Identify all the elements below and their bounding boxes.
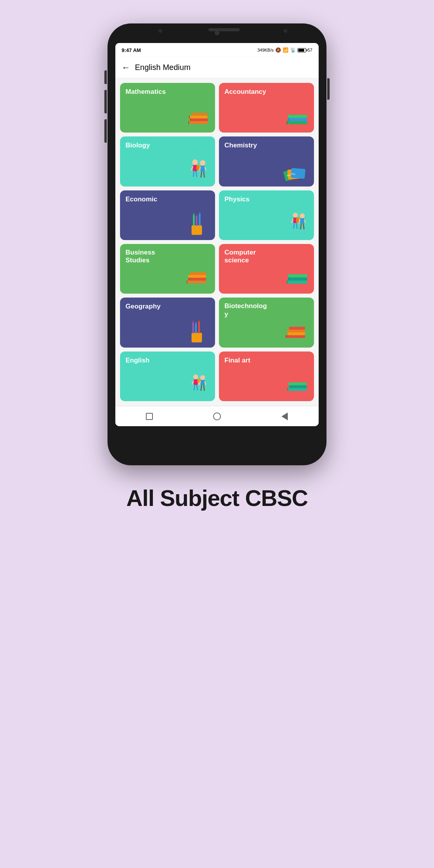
svg-rect-20: [201, 165, 205, 172]
svg-rect-83: [201, 380, 205, 385]
svg-rect-36: [199, 214, 201, 226]
subject-card-geography[interactable]: Geography: [120, 298, 215, 347]
selfie-camera: [215, 30, 219, 35]
svg-line-22: [205, 167, 206, 170]
subject-label-biology: Biology: [126, 141, 210, 149]
battery-icon: [298, 48, 306, 52]
english-illustration: [182, 370, 213, 399]
front-camera-left: [158, 29, 162, 33]
svg-rect-64: [192, 322, 194, 333]
subject-card-computer-science[interactable]: Computerscience: [219, 244, 314, 294]
nav-back-button[interactable]: [279, 411, 290, 422]
subject-label-accountancy: Accountancy: [224, 88, 308, 96]
svg-rect-52: [187, 281, 206, 283]
svg-rect-55: [190, 272, 206, 275]
subject-label-english: English: [126, 356, 210, 364]
back-icon: [282, 412, 288, 420]
biology-illustration: [182, 155, 213, 185]
svg-rect-63: [192, 333, 202, 343]
svg-point-45: [300, 213, 305, 218]
subject-card-mathematics[interactable]: Mathematics: [120, 83, 215, 133]
svg-rect-89: [289, 385, 307, 388]
chemistry-illustration: Bio Phy: [281, 155, 312, 185]
phone-screen: 9:47 AM 349KB/s 🔕 📶 📡 57 ← English Mediu…: [115, 43, 319, 426]
svg-text:Phy: Phy: [291, 172, 296, 175]
svg-marker-33: [193, 212, 194, 215]
subject-card-accountancy[interactable]: Accountancy: [219, 83, 314, 133]
svg-rect-76: [194, 379, 198, 385]
subject-card-business-studies[interactable]: BusinessStudies: [120, 244, 215, 294]
subject-grid: Mathematics Accountancy: [115, 78, 319, 406]
svg-point-38: [293, 213, 298, 217]
svg-marker-69: [198, 319, 200, 321]
battery-percent: 57: [308, 48, 312, 52]
final-art-illustration: [281, 370, 312, 399]
svg-rect-66: [195, 323, 197, 334]
svg-rect-88: [288, 388, 307, 391]
subject-label-business-studies: BusinessStudies: [126, 249, 210, 265]
svg-point-82: [200, 375, 205, 380]
subject-card-biotechnology[interactable]: Biotechnology: [219, 298, 314, 347]
svg-line-42: [294, 223, 294, 229]
wifi-icon: 📡: [290, 47, 296, 53]
subject-card-economic[interactable]: Economic: [120, 190, 215, 240]
back-button[interactable]: ←: [122, 63, 130, 73]
phone-shell: 9:47 AM 349KB/s 🔕 📶 📡 57 ← English Mediu…: [108, 23, 326, 465]
svg-rect-68: [198, 321, 200, 333]
subject-label-computer-science: Computerscience: [224, 249, 308, 265]
subject-label-physics: Physics: [224, 195, 308, 203]
network-speed: 349KB/s: [257, 48, 274, 52]
svg-line-17: [196, 171, 197, 177]
svg-rect-60: [288, 274, 307, 278]
svg-line-87: [204, 385, 204, 391]
computer-science-illustration: [281, 262, 312, 292]
nav-recents-button[interactable]: [144, 411, 155, 422]
recents-icon: [146, 413, 153, 420]
mute-icon: 🔕: [275, 47, 281, 53]
mathematics-illustration: [182, 101, 213, 131]
svg-rect-70: [286, 335, 305, 338]
subject-card-english[interactable]: English: [120, 352, 215, 401]
subject-label-final-art: Final art: [224, 356, 308, 364]
svg-marker-35: [196, 213, 197, 216]
svg-line-16: [193, 171, 194, 177]
svg-line-43: [296, 223, 297, 229]
svg-point-19: [200, 160, 205, 165]
svg-rect-59: [289, 278, 307, 281]
svg-rect-3: [192, 113, 208, 116]
app-bar: ← English Medium: [115, 57, 319, 78]
power-button: [327, 78, 330, 100]
nav-home-button[interactable]: [212, 411, 222, 422]
svg-line-23: [201, 172, 202, 177]
svg-line-50: [303, 224, 304, 229]
svg-line-48: [304, 220, 305, 223]
bottom-navigation: [115, 406, 319, 426]
subject-card-final-art[interactable]: Final art: [219, 352, 314, 401]
volume-silent-button: [104, 70, 107, 84]
svg-rect-72: [287, 330, 305, 332]
svg-marker-67: [195, 321, 197, 323]
svg-rect-25: [196, 165, 199, 170]
subject-label-chemistry: Chemistry: [224, 141, 308, 149]
subject-card-biology[interactable]: Biology: [120, 136, 215, 186]
status-time: 9:47 AM: [122, 47, 141, 53]
svg-line-85: [205, 382, 206, 385]
svg-rect-54: [188, 275, 206, 278]
subject-label-biotechnology: Biotechnology: [224, 302, 308, 318]
svg-point-75: [193, 375, 198, 379]
subject-label-mathematics: Mathematics: [126, 88, 210, 96]
svg-line-49: [301, 224, 301, 229]
svg-line-40: [292, 219, 293, 223]
page-title: English Medium: [135, 63, 190, 72]
svg-rect-58: [287, 281, 307, 284]
svg-rect-7: [287, 121, 307, 124]
status-icons: 349KB/s 🔕 📶 📡 57: [257, 47, 312, 53]
svg-rect-46: [300, 218, 305, 224]
svg-rect-53: [189, 278, 206, 281]
subject-card-chemistry[interactable]: Chemistry Bio Phy: [219, 136, 314, 186]
svg-line-14: [191, 166, 193, 170]
physics-illustration: [281, 209, 312, 238]
svg-rect-1: [190, 118, 208, 121]
subject-card-physics[interactable]: Physics: [219, 190, 314, 240]
svg-line-77: [192, 381, 194, 385]
